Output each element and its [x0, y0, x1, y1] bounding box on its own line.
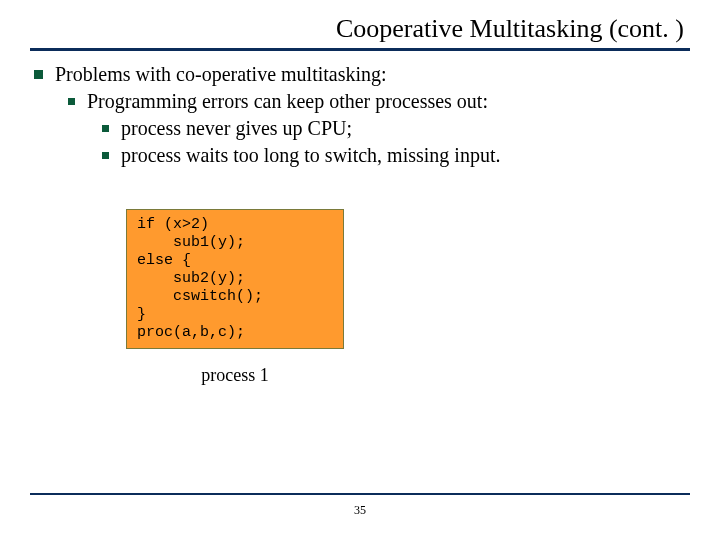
footer: 35	[30, 493, 690, 518]
bullet-text: process waits too long to switch, missin…	[121, 142, 500, 169]
bullet-level3: process never gives up CPU;	[102, 115, 686, 142]
footer-rule	[30, 493, 690, 495]
bullet-text: process never gives up CPU;	[121, 115, 352, 142]
bullet-level2: Programming errors can keep other proces…	[68, 88, 686, 115]
bullet-text: Problems with co-operative multitasking:	[55, 61, 387, 88]
bullet-text: Programming errors can keep other proces…	[87, 88, 488, 115]
code-caption: process 1	[126, 363, 344, 387]
slide: Cooperative Multitasking (cont. ) Proble…	[0, 0, 720, 540]
content-area: Problems with co-operative multitasking:…	[30, 51, 690, 387]
title-wrap: Cooperative Multitasking (cont. )	[30, 10, 690, 44]
bullet-level3: process waits too long to switch, missin…	[102, 142, 686, 169]
square-bullet-icon	[102, 152, 109, 159]
slide-title: Cooperative Multitasking (cont. )	[30, 14, 684, 44]
page-number: 35	[30, 503, 690, 518]
square-bullet-icon	[102, 125, 109, 132]
square-bullet-icon	[34, 70, 43, 79]
bullet-level1: Problems with co-operative multitasking:	[34, 61, 686, 88]
code-block: if (x>2) sub1(y); else { sub2(y); cswitc…	[126, 209, 344, 349]
square-bullet-icon	[68, 98, 75, 105]
